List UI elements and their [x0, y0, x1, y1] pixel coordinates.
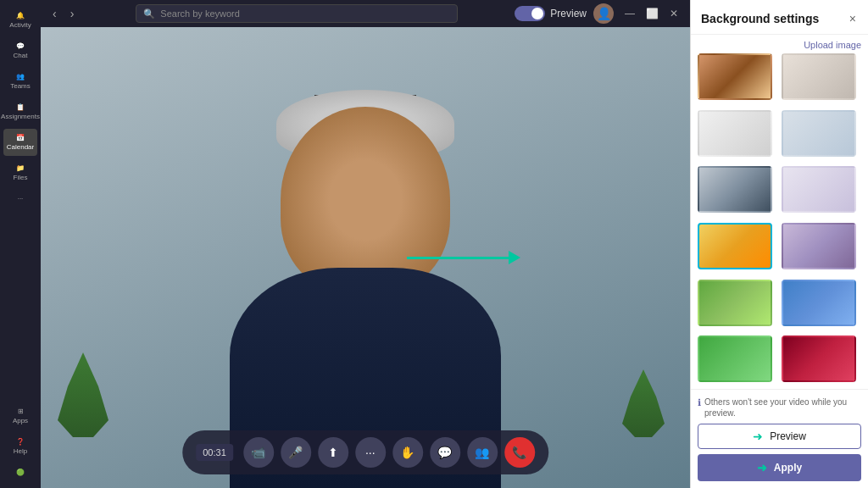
- mic-icon: 🎤: [288, 446, 303, 459]
- sidebar-item-status[interactable]: 🟢: [3, 463, 37, 481]
- bg-thumb-7[interactable]: [698, 223, 772, 269]
- minimize-button[interactable]: —: [620, 4, 639, 23]
- end-call-button[interactable]: 📞: [504, 437, 535, 468]
- apps-icon: ⊞: [18, 408, 24, 415]
- person-figure: [187, 81, 543, 488]
- preview-note-text: Others won't see your video while you pr…: [704, 396, 861, 419]
- window-controls: — ⬜ ✕: [620, 4, 683, 23]
- teams-icon: 👥: [16, 73, 25, 80]
- chat-icon-ctrl: 💬: [437, 446, 452, 459]
- sidebar: 🔔 Activity 💬 Chat 👥 Teams 📋 Assignments …: [0, 0, 41, 488]
- sidebar-item-apps[interactable]: ⊞ Apps: [3, 402, 37, 430]
- participants-icon: 👥: [475, 446, 489, 459]
- bg-thumb-10[interactable]: [782, 280, 856, 326]
- status-icon: 🟢: [16, 469, 25, 476]
- preview-note: ℹ Others won't see your video while you …: [698, 396, 861, 419]
- sidebar-item-help[interactable]: ❓ Help: [3, 433, 37, 460]
- camera-button[interactable]: 📹: [243, 437, 274, 468]
- preview-button[interactable]: ➜ Preview: [698, 424, 861, 449]
- close-window-button[interactable]: ✕: [665, 4, 683, 23]
- preview-toggle: Preview: [515, 6, 587, 21]
- bg-thumb-1[interactable]: [698, 53, 772, 100]
- sidebar-item-chat[interactable]: 💬 Chat: [3, 37, 37, 64]
- info-icon: ℹ: [698, 396, 701, 408]
- toggle-knob: [531, 8, 543, 19]
- activity-icon: 🔔: [16, 12, 25, 19]
- bg-thumb-8[interactable]: [782, 223, 856, 269]
- search-bar[interactable]: 🔍 Search by keyword: [136, 4, 458, 23]
- topbar: ‹ › 🔍 Search by keyword Preview 👤 — ⬜ ✕: [41, 0, 690, 27]
- bg-thumb-3[interactable]: [698, 110, 772, 157]
- avatar[interactable]: 👤: [593, 3, 614, 24]
- preview-arrow-icon: ➜: [753, 430, 763, 443]
- sidebar-item-activity[interactable]: 🔔 Activity: [3, 7, 37, 34]
- sidebar-item-calendar[interactable]: 📅 Calendar: [3, 129, 37, 156]
- call-controls: 00:31 📹 🎤 ⬆ ··· ✋ 💬 👥 📞: [182, 430, 548, 474]
- more-options-button[interactable]: ···: [355, 437, 386, 468]
- preview-label: Preview: [550, 8, 587, 19]
- raise-hand-button[interactable]: ✋: [392, 437, 423, 468]
- bg-thumb-2[interactable]: [782, 53, 856, 100]
- call-timer: 00:31: [196, 444, 233, 461]
- end-call-icon: 📞: [512, 446, 526, 459]
- help-icon: ❓: [16, 438, 25, 446]
- background-images-grid: [691, 53, 868, 389]
- bg-thumb-9[interactable]: [698, 280, 772, 326]
- sidebar-item-assignments[interactable]: 📋 Assignments: [3, 98, 37, 125]
- main-content: ‹ › 🔍 Search by keyword Preview 👤 — ⬜ ✕: [41, 0, 690, 488]
- more-icon: ···: [365, 446, 376, 459]
- bg-thumb-5[interactable]: [698, 166, 772, 213]
- raise-hand-icon: ✋: [400, 446, 415, 459]
- bg-thumb-11[interactable]: [698, 336, 772, 382]
- preview-button-label: Preview: [770, 430, 806, 442]
- bg-thumb-6[interactable]: [782, 166, 856, 213]
- upload-row: Upload image: [691, 35, 868, 53]
- panel-header: Background settings ×: [691, 0, 868, 35]
- sidebar-item-more[interactable]: ···: [3, 190, 37, 208]
- restore-button[interactable]: ⬜: [643, 4, 661, 23]
- bg-thumb-4[interactable]: [782, 110, 856, 157]
- back-button[interactable]: ‹: [47, 5, 62, 22]
- mic-button[interactable]: 🎤: [281, 437, 311, 468]
- sidebar-item-files[interactable]: 📁 Files: [3, 159, 37, 186]
- participants-button[interactable]: 👥: [467, 437, 498, 468]
- video-feed: [41, 27, 690, 488]
- preview-toggle-switch[interactable]: [515, 6, 545, 21]
- person-head: [281, 107, 450, 293]
- panel-title: Background settings: [701, 12, 819, 25]
- chat-icon: 💬: [16, 42, 25, 50]
- bg-thumb-12[interactable]: [782, 336, 856, 382]
- forward-button[interactable]: ›: [65, 5, 80, 22]
- calendar-icon: 📅: [16, 134, 25, 141]
- video-area: 00:31 📹 🎤 ⬆ ··· ✋ 💬 👥 📞: [41, 27, 690, 488]
- apply-button[interactable]: ➜ Apply: [698, 454, 861, 481]
- chat-button[interactable]: 💬: [430, 437, 460, 468]
- ellipsis-icon: ···: [18, 195, 24, 202]
- files-icon: 📁: [16, 164, 25, 172]
- assignments-icon: 📋: [16, 103, 25, 111]
- camera-icon: 📹: [251, 446, 265, 459]
- share-icon: ⬆: [328, 446, 338, 459]
- apply-arrow-icon: ➜: [757, 461, 767, 474]
- sidebar-item-teams[interactable]: 👥 Teams: [3, 68, 37, 95]
- background-settings-panel: Background settings × Upload image ℹ Oth…: [690, 0, 868, 488]
- upload-image-button[interactable]: Upload image: [804, 40, 861, 50]
- nav-buttons: ‹ ›: [47, 5, 79, 22]
- search-placeholder: Search by keyword: [160, 8, 240, 19]
- close-panel-button[interactable]: ×: [848, 10, 858, 27]
- share-screen-button[interactable]: ⬆: [318, 437, 348, 468]
- panel-footer: ℹ Others won't see your video while you …: [691, 389, 868, 488]
- search-icon: 🔍: [143, 8, 155, 19]
- apply-button-label: Apply: [774, 462, 802, 474]
